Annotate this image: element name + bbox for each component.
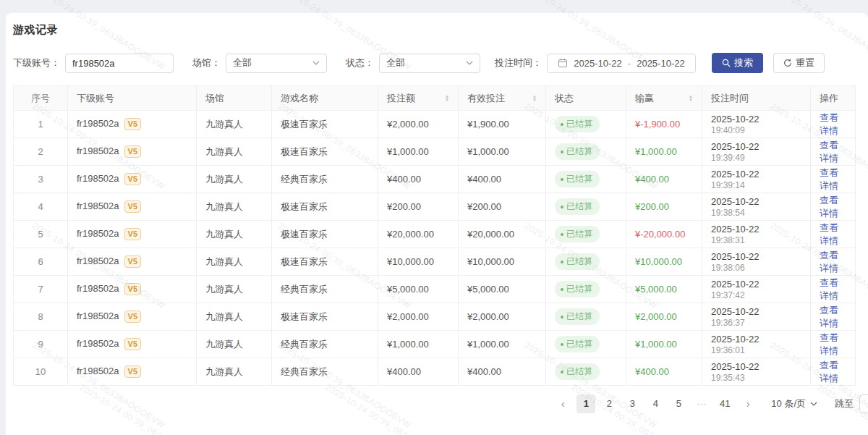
- cell-bet-amount: ¥200.00: [378, 193, 459, 221]
- next-page-button[interactable]: ›: [739, 394, 757, 413]
- winloss-amount: ¥-20,000.00: [635, 229, 685, 240]
- status-badge: 已结算: [555, 308, 600, 325]
- bet-time-label: 投注时间：: [495, 56, 542, 69]
- table-row: 9 fr198502aV5 九游真人 经典百家乐 ¥1,000.00 ¥1,00…: [14, 331, 856, 358]
- account-input[interactable]: [65, 54, 174, 73]
- winloss-amount: ¥200.00: [635, 201, 669, 212]
- cell-action: 查看详情: [811, 111, 856, 138]
- status-select[interactable]: 全部: [379, 54, 480, 73]
- sort-icon[interactable]: ▲▼: [689, 95, 693, 102]
- venue-label: 场馆：: [192, 56, 221, 69]
- cell-account: fr198502aV5: [68, 248, 197, 276]
- view-details-link[interactable]: 查看详情: [820, 360, 838, 384]
- cell-bet-time: 2025-10-2219:35:43: [702, 358, 811, 386]
- cell-account: fr198502aV5: [68, 358, 197, 386]
- bet-date: 2025-10-22: [711, 278, 801, 290]
- cell-bet-amount: ¥2,000.00: [378, 303, 459, 331]
- page-number-button[interactable]: 1: [576, 394, 595, 413]
- cell-bet-amount: ¥400.00: [378, 166, 459, 193]
- page-number-button[interactable]: 2: [600, 394, 618, 413]
- view-details-link[interactable]: 查看详情: [820, 305, 838, 329]
- account-text: fr198502a: [77, 228, 119, 239]
- cell-venue: 九游真人: [197, 193, 272, 221]
- bet-time: 19:39:49: [711, 153, 801, 164]
- page-title: 游戏记录: [13, 23, 855, 37]
- cell-index: 10: [14, 358, 68, 386]
- header-action: 操作: [811, 86, 856, 111]
- page-number-button[interactable]: 4: [646, 394, 665, 413]
- view-details-link[interactable]: 查看详情: [820, 167, 838, 191]
- status-dot-icon: [561, 261, 563, 263]
- view-details-link[interactable]: 查看详情: [820, 250, 838, 274]
- cell-bet-time: 2025-10-2219:38:31: [702, 221, 811, 248]
- cell-bet-amount: ¥10,000.00: [378, 248, 459, 276]
- jump-to-input[interactable]: [859, 394, 868, 413]
- account-text: fr198502a: [77, 366, 119, 376]
- calendar-icon: [558, 58, 568, 68]
- date-range-picker[interactable]: 2025-10-22 - 2025-10-22: [547, 54, 696, 73]
- table-row: 7 fr198502aV5 九游真人 经典百家乐 ¥5,000.00 ¥5,00…: [14, 276, 856, 303]
- account-text: fr198502a: [77, 311, 119, 321]
- status-badge: 已结算: [555, 116, 600, 132]
- view-details-link[interactable]: 查看详情: [820, 277, 838, 301]
- venue-select[interactable]: 全部: [226, 54, 327, 73]
- account-label: 下级账号：: [13, 56, 60, 69]
- header-winloss[interactable]: 输赢▲▼: [626, 86, 702, 111]
- status-badge: 已结算: [555, 281, 600, 297]
- header-venue: 场馆: [197, 86, 272, 111]
- reset-button[interactable]: 重置: [773, 53, 825, 73]
- bet-time: 19:40:09: [711, 125, 801, 136]
- cell-winloss: ¥1,000.00: [626, 138, 702, 166]
- cell-game-name: 极速百家乐: [272, 303, 378, 331]
- row-index: 9: [38, 339, 43, 350]
- sort-icon[interactable]: ▲▼: [532, 95, 537, 102]
- cell-index: 5: [14, 221, 68, 248]
- cell-valid-bet: ¥1,900.00: [459, 111, 546, 138]
- page-number-button[interactable]: 41: [715, 394, 734, 413]
- status-text: 已结算: [566, 200, 592, 213]
- page-size-select[interactable]: 10 条/页: [771, 397, 817, 410]
- header-bet-amount[interactable]: 投注额▲▼: [378, 86, 459, 111]
- status-badge: 已结算: [555, 336, 600, 352]
- search-button[interactable]: 搜索: [712, 53, 763, 73]
- header-index: 序号: [14, 86, 68, 111]
- status-text: 已结算: [566, 255, 592, 268]
- header-valid-bet[interactable]: 有效投注▲▼: [459, 86, 546, 111]
- cell-bet-time: 2025-10-2219:38:06: [702, 248, 811, 276]
- header-bet-time: 投注时间: [702, 86, 811, 111]
- table-row: 6 fr198502aV5 九游真人 极速百家乐 ¥10,000.00 ¥10,…: [14, 248, 856, 276]
- cell-action: 查看详情: [811, 358, 856, 386]
- view-details-link[interactable]: 查看详情: [820, 195, 838, 219]
- cell-status: 已结算: [546, 111, 626, 138]
- account-text: fr198502a: [77, 338, 119, 349]
- bet-date: 2025-10-22: [711, 140, 801, 153]
- prev-page-button[interactable]: ‹: [553, 394, 572, 413]
- page-numbers: 12345···41: [574, 394, 736, 413]
- view-details-link[interactable]: 查看详情: [820, 222, 838, 246]
- cell-action: 查看详情: [811, 193, 856, 221]
- vip-level-badge: V5: [124, 311, 141, 323]
- status-dot-icon: [561, 371, 563, 373]
- jump-to-label: 跳至: [835, 397, 854, 410]
- view-details-link[interactable]: 查看详情: [820, 140, 838, 164]
- page-number-button[interactable]: 3: [623, 394, 642, 413]
- view-details-link[interactable]: 查看详情: [820, 112, 838, 136]
- records-table: 序号 下级账号 场馆 游戏名称 投注额▲▼ 有效投注▲▼ 状态 输赢▲▼ 投注时…: [13, 85, 856, 386]
- cell-game-name: 极速百家乐: [272, 221, 378, 248]
- cell-bet-time: 2025-10-2219:40:09: [702, 111, 811, 138]
- bet-date: 2025-10-22: [711, 250, 801, 263]
- row-index: 1: [38, 119, 43, 130]
- vip-level-badge: V5: [124, 228, 141, 240]
- view-details-link[interactable]: 查看详情: [820, 332, 838, 356]
- cell-winloss: ¥5,000.00: [626, 276, 702, 303]
- bet-time: 19:36:01: [711, 345, 801, 356]
- account-text: fr198502a: [77, 283, 119, 294]
- status-badge: 已结算: [555, 363, 600, 380]
- sort-icon[interactable]: ▲▼: [445, 95, 449, 102]
- search-button-label: 搜索: [734, 56, 753, 69]
- status-dot-icon: [561, 206, 563, 208]
- cell-valid-bet: ¥20,000.00: [459, 221, 546, 248]
- cell-account: fr198502aV5: [68, 303, 197, 331]
- page-number-button[interactable]: 5: [669, 394, 688, 413]
- cell-status: 已结算: [546, 358, 626, 386]
